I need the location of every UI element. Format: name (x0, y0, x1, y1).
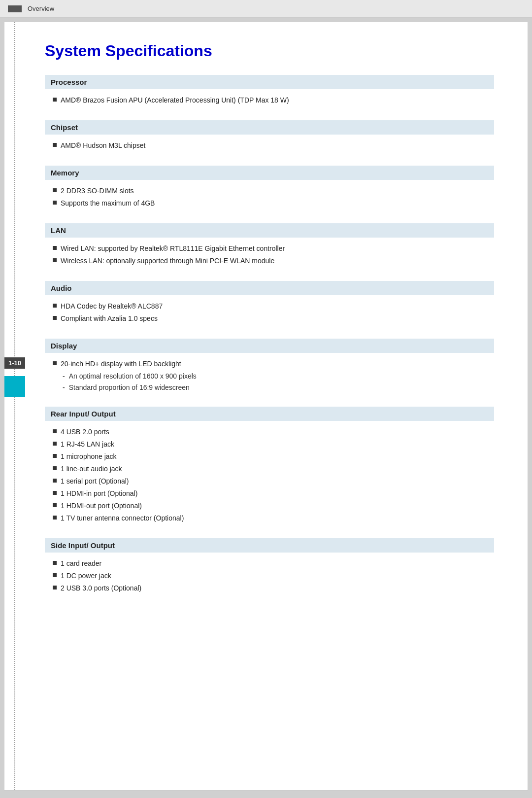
bullet-text: Wired LAN: supported by Realtek® RTL8111… (61, 243, 285, 254)
section-body-processor: AMD® Brazos Fusion APU (Accelerated Proc… (45, 93, 494, 111)
top-bar: Overview (0, 0, 532, 18)
bullet-item: 1 line-out audio jack (53, 464, 486, 474)
bullet-item: 1 HDMI-out port (Optional) (53, 501, 486, 511)
bullet-item: 2 DDR3 SO-DIMM slots (53, 186, 486, 196)
section-header-chipset: Chipset (45, 120, 494, 135)
bullet-square-icon (53, 304, 57, 308)
section-body-display: 20-inch HD+ display with LED backlight-A… (45, 357, 494, 398)
bullet-text: 1 line-out audio jack (61, 464, 122, 474)
section-side-io: Side Input/ Output1 card reader1 DC powe… (45, 538, 494, 599)
top-bar-label: Overview (28, 5, 54, 12)
bullet-item: AMD® Hudson M3L chipset (53, 140, 486, 151)
section-rear-io: Rear Input/ Output4 USB 2.0 ports1 RJ-45… (45, 407, 494, 529)
sub-item: -An optimal resolution of 1600 x 900 pix… (63, 371, 486, 382)
section-header-display: Display (45, 339, 494, 353)
bullet-square-icon (53, 586, 57, 590)
section-audio: AudioHDA Codec by Realtek® ALC887Complia… (45, 281, 494, 330)
bullet-square-icon (53, 246, 57, 250)
section-header-processor: Processor (45, 75, 494, 89)
bullet-item: Supports the maximum of 4GB (53, 198, 486, 208)
bullet-text: 1 serial port (Optional) (61, 476, 129, 486)
section-body-audio: HDA Codec by Realtek® ALC887Compliant wi… (45, 299, 494, 330)
bullet-item: 1 card reader (53, 558, 486, 569)
sub-item: -Standard proportion of 16:9 widescreen (63, 382, 486, 393)
bullet-item: Compliant with Azalia 1.0 specs (53, 313, 486, 324)
bullet-square-icon (53, 316, 57, 320)
bullet-item: Wireless LAN: optionally supported throu… (53, 256, 486, 266)
section-display: Display20-inch HD+ display with LED back… (45, 339, 494, 398)
section-chipset: ChipsetAMD® Hudson M3L chipset (45, 120, 494, 157)
bullet-text: Compliant with Azalia 1.0 specs (61, 313, 158, 324)
section-header-rear-io: Rear Input/ Output (45, 407, 494, 421)
bullet-item: 1 serial port (Optional) (53, 476, 486, 486)
section-header-lan: LAN (45, 223, 494, 238)
section-body-side-io: 1 card reader1 DC power jack2 USB 3.0 po… (45, 556, 494, 599)
bullet-square-icon (53, 466, 57, 470)
bullet-text: 2 DDR3 SO-DIMM slots (61, 186, 134, 196)
bullet-text: 1 HDMI-in port (Optional) (61, 488, 137, 499)
section-lan: LANWired LAN: supported by Realtek® RTL8… (45, 223, 494, 272)
section-body-rear-io: 4 USB 2.0 ports1 RJ-45 LAN jack1 microph… (45, 425, 494, 529)
bullet-text: 20-inch HD+ display with LED backlight (61, 359, 181, 369)
overview-icon (8, 5, 22, 12)
left-sidebar: 1-10 (4, 22, 25, 790)
section-body-chipset: AMD® Hudson M3L chipset (45, 139, 494, 157)
sub-dash-icon: - (63, 371, 65, 382)
bullet-text: AMD® Brazos Fusion APU (Accelerated Proc… (61, 95, 289, 105)
bullet-square-icon (53, 454, 57, 458)
bullet-text: 1 card reader (61, 558, 101, 569)
sections-container: ProcessorAMD® Brazos Fusion APU (Acceler… (45, 75, 494, 599)
bullet-item: HDA Codec by Realtek® ALC887 (53, 301, 486, 312)
bullet-item: 1 HDMI-in port (Optional) (53, 488, 486, 499)
bullet-square-icon (53, 143, 57, 147)
bullet-square-icon (53, 188, 57, 192)
bullet-item: 1 microphone jack (53, 451, 486, 462)
section-memory: Memory2 DDR3 SO-DIMM slotsSupports the m… (45, 166, 494, 214)
bullet-item: 20-inch HD+ display with LED backlight (53, 359, 486, 369)
bullet-text: AMD® Hudson M3L chipset (61, 140, 145, 151)
bullet-square-icon (53, 201, 57, 205)
bullet-text: 1 microphone jack (61, 451, 117, 462)
bullet-square-icon (53, 258, 57, 262)
bullet-text: 4 USB 2.0 ports (61, 427, 109, 437)
section-header-audio: Audio (45, 281, 494, 295)
bullet-text: 2 USB 3.0 ports (Optional) (61, 583, 141, 593)
sub-dash-icon: - (63, 382, 65, 393)
bullet-text: 1 HDMI-out port (Optional) (61, 501, 142, 511)
bullet-text: 1 RJ-45 LAN jack (61, 439, 114, 450)
section-header-side-io: Side Input/ Output (45, 538, 494, 553)
cyan-block (4, 376, 25, 397)
bullet-item: AMD® Brazos Fusion APU (Accelerated Proc… (53, 95, 486, 105)
bullet-item: 1 RJ-45 LAN jack (53, 439, 486, 450)
right-border (524, 22, 528, 790)
page-container: 1-10 System Specifications ProcessorAMD®… (4, 22, 528, 791)
page-title: System Specifications (45, 42, 494, 60)
bullet-item: Wired LAN: supported by Realtek® RTL8111… (53, 243, 486, 254)
bullet-item: 1 TV tuner antenna connector (Optional) (53, 513, 486, 523)
bullet-text: HDA Codec by Realtek® ALC887 (61, 301, 163, 312)
bullet-square-icon (53, 479, 57, 483)
bullet-square-icon (53, 516, 57, 520)
main-content: System Specifications ProcessorAMD® Braz… (25, 22, 524, 790)
bullet-text: Wireless LAN: optionally supported throu… (61, 256, 274, 266)
bullet-square-icon (53, 503, 57, 507)
bullet-square-icon (53, 98, 57, 102)
bullet-square-icon (53, 442, 57, 446)
bullet-square-icon (53, 491, 57, 495)
bullet-item: 2 USB 3.0 ports (Optional) (53, 583, 486, 593)
section-header-memory: Memory (45, 166, 494, 180)
page-label: 1-10 (4, 357, 25, 369)
bullet-square-icon (53, 361, 57, 365)
section-processor: ProcessorAMD® Brazos Fusion APU (Acceler… (45, 75, 494, 111)
bullet-square-icon (53, 573, 57, 577)
bullet-text: 1 DC power jack (61, 571, 111, 581)
sub-text: Standard proportion of 16:9 widescreen (69, 382, 190, 393)
bullet-square-icon (53, 429, 57, 433)
bullet-square-icon (53, 561, 57, 565)
section-body-memory: 2 DDR3 SO-DIMM slotsSupports the maximum… (45, 184, 494, 214)
bullet-text: 1 TV tuner antenna connector (Optional) (61, 513, 184, 523)
bullet-item: 4 USB 2.0 ports (53, 427, 486, 437)
bullet-text: Supports the maximum of 4GB (61, 198, 155, 208)
bullet-item: 1 DC power jack (53, 571, 486, 581)
section-body-lan: Wired LAN: supported by Realtek® RTL8111… (45, 242, 494, 272)
